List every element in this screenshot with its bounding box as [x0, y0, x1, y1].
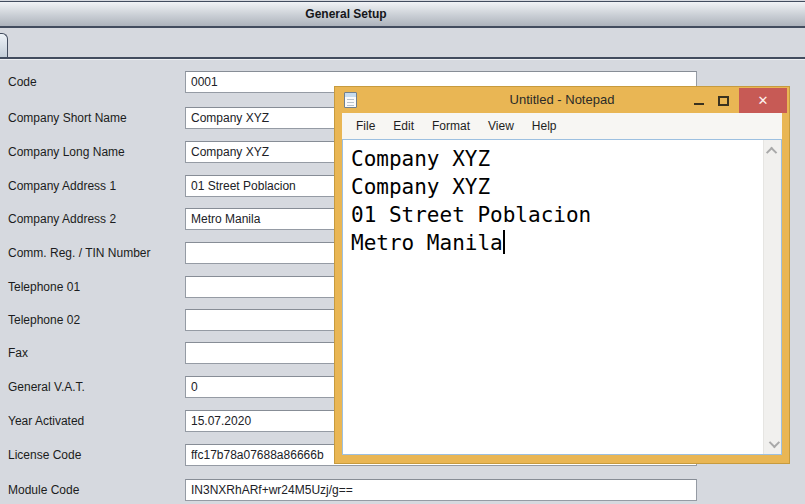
notepad-text: Company XYZCompany XYZ01 Street Poblacio… [343, 140, 763, 454]
tab-stub[interactable] [0, 33, 8, 58]
scroll-up-button[interactable] [764, 142, 782, 159]
close-button[interactable]: ✕ [739, 88, 787, 113]
text-line: 01 Street Poblacion [351, 201, 763, 229]
company-short-name-label: Company Short Name [8, 107, 127, 129]
chevron-up-icon [766, 146, 777, 157]
comm-reg-tin-number-label: Comm. Reg. / TIN Number [8, 242, 150, 264]
maximize-icon [718, 96, 729, 106]
general-vat-label: General V.A.T. [8, 376, 85, 398]
general-setup-titlebar[interactable]: General Setup [0, 1, 805, 28]
maximize-button[interactable] [711, 88, 735, 113]
notepad-window: Untitled - Notepad ✕ File Edit Format Vi… [334, 86, 790, 464]
scroll-down-button[interactable] [764, 435, 782, 452]
vertical-scrollbar[interactable] [763, 140, 781, 454]
minimize-icon [694, 103, 704, 105]
module-code-field[interactable] [185, 479, 697, 501]
code-label: Code [8, 71, 37, 93]
text-line: Company XYZ [351, 173, 763, 201]
telephone-02-label: Telephone 02 [8, 309, 80, 331]
menu-help[interactable]: Help [523, 113, 566, 139]
close-icon: ✕ [758, 93, 769, 108]
minimize-button[interactable] [687, 88, 711, 113]
notepad-titlebar[interactable]: Untitled - Notepad ✕ [335, 87, 789, 113]
telephone-01-label: Telephone 01 [8, 276, 80, 298]
menu-view[interactable]: View [479, 113, 523, 139]
text-line: Metro Manila [351, 229, 763, 257]
license-code-label: License Code [8, 444, 81, 466]
menu-edit[interactable]: Edit [384, 113, 423, 139]
form-row-module-code: Module Code [0, 479, 805, 501]
tab-strip-highlight [0, 59, 805, 60]
module-code-label: Module Code [8, 479, 79, 501]
company-address-2-label: Company Address 2 [8, 208, 116, 230]
text-caret [503, 230, 505, 254]
company-long-name-label: Company Long Name [8, 141, 125, 163]
page-title: General Setup [0, 2, 692, 26]
year-activated-label: Year Activated [8, 410, 84, 432]
chevron-down-icon [769, 436, 780, 447]
notepad-text-area[interactable]: Company XYZCompany XYZ01 Street Poblacio… [342, 139, 782, 455]
menu-format[interactable]: Format [423, 113, 479, 139]
menu-file[interactable]: File [347, 113, 384, 139]
notepad-menubar: File Edit Format View Help [342, 113, 782, 139]
company-address-1-label: Company Address 1 [8, 175, 116, 197]
fax-label: Fax [8, 342, 28, 364]
text-line: Company XYZ [351, 145, 763, 173]
